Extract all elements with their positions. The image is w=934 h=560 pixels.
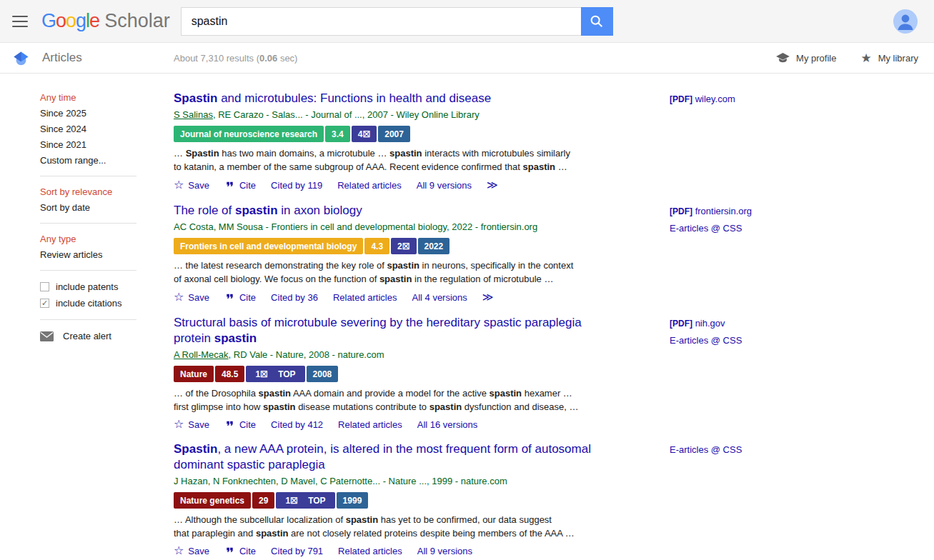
person-icon (893, 9, 918, 34)
result-main: Structural basis of microtubule severing… (174, 315, 617, 430)
fulltext-label: frontiersin.org (695, 206, 752, 216)
journal-rank-badges[interactable]: Nature genetics291☒ TOP1999 (174, 492, 617, 509)
more-actions-icon[interactable]: ≫ (487, 179, 498, 191)
result-side-links: [PDF] wiley.com (670, 91, 870, 191)
rank-badge-segment: 2008 (307, 366, 339, 382)
checkbox-label: include patents (56, 281, 118, 292)
all-versions-link[interactable]: All 9 versions (417, 546, 472, 556)
result-title[interactable]: Spastin, a new AAA protein, is altered i… (174, 441, 617, 473)
all-versions-link[interactable]: All 9 versions (417, 180, 472, 191)
all-versions-link[interactable]: All 4 versions (412, 292, 467, 303)
search-icon (589, 14, 605, 29)
author-profile-link[interactable]: A Roll-Mecak (174, 349, 229, 360)
rank-badge-segment: 2022 (418, 238, 450, 254)
sub-header-right: My profile ★ My library (776, 52, 918, 64)
save-star-icon: ☆ (174, 419, 184, 430)
result-actions: ☆SaveCiteCited by 791Related articlesAll… (174, 545, 617, 556)
journal-rank-badges[interactable]: Journal of neuroscience research3.44☒200… (174, 126, 617, 142)
sidebar-item-sort-by-date[interactable]: Sort by date (40, 203, 174, 212)
sidebar-divider (40, 176, 136, 176)
top-bar: GoogleScholar (0, 0, 934, 43)
more-actions-icon[interactable]: ≫ (482, 291, 494, 304)
result-snippet: … of the Drosophila spastin AAA domain a… (174, 386, 605, 414)
sidebar-item-since-2024[interactable]: Since 2024 (40, 124, 174, 134)
fulltext-label: E-articles @ CSS (670, 444, 742, 455)
result-snippet: … Although the subcellular localization … (174, 513, 605, 540)
checkbox-icon: ✓ (40, 299, 49, 308)
rank-badge-segment: 2☒ (391, 238, 416, 254)
result-title[interactable]: Spastin and microtubules: Functions in h… (174, 91, 617, 106)
result-authors: J Hazan, N Fonknechten, D Mavel, C Pater… (174, 476, 617, 487)
fulltext-link[interactable]: E-articles @ CSS (670, 220, 870, 237)
cite-button[interactable]: Cite (224, 419, 256, 430)
sidebar-divider (40, 270, 136, 271)
pdf-tag: [PDF] (670, 206, 692, 216)
result-actions: ☆SaveCiteCited by 119Related articlesAll… (174, 179, 617, 191)
google-scholar-logo[interactable]: GoogleScholar (41, 10, 170, 32)
result-authors: S Salinas, RE Carazo - Salas... - Journa… (174, 109, 617, 121)
rank-badge-segment: 2007 (378, 126, 410, 142)
checkbox-include-citations[interactable]: ✓include citations (40, 298, 174, 309)
search-button[interactable] (581, 7, 613, 36)
create-alert-label: Create alert (63, 331, 111, 341)
result-main: Spastin, a new AAA protein, is altered i… (174, 441, 617, 556)
fulltext-label: nih.gov (695, 318, 725, 329)
journal-rank-badges[interactable]: Frontiers in cell and developmental biol… (174, 238, 617, 254)
cited-by-link[interactable]: Cited by 119 (271, 180, 322, 191)
rank-badge-segment: Frontiers in cell and developmental biol… (174, 238, 363, 254)
result-title[interactable]: The role of spastin in axon biology (174, 203, 617, 219)
sidebar-item-since-2021[interactable]: Since 2021 (40, 140, 174, 149)
search-result: Spastin and microtubules: Functions in h… (174, 91, 870, 191)
sidebar-item-since-2025[interactable]: Since 2025 (40, 109, 174, 118)
cited-by-link[interactable]: Cited by 412 (271, 419, 323, 430)
checkbox-label: include citations (56, 298, 122, 309)
related-articles-link[interactable]: Related articles (338, 419, 402, 430)
related-articles-link[interactable]: Related articles (333, 292, 397, 303)
save-button[interactable]: ☆Save (174, 419, 209, 430)
save-button[interactable]: ☆Save (174, 545, 209, 556)
results-stats: About 7,310 results (0.06 sec) (174, 53, 297, 64)
my-profile-link[interactable]: My profile (776, 53, 836, 64)
avatar[interactable] (893, 9, 918, 34)
sidebar: Any timeSince 2025Since 2024Since 2021Cu… (0, 74, 174, 560)
result-title[interactable]: Structural basis of microtubule severing… (174, 315, 617, 346)
tab-articles[interactable]: Articles (42, 51, 82, 65)
cite-button[interactable]: Cite (224, 292, 256, 303)
cite-button[interactable]: Cite (224, 546, 256, 556)
search-input[interactable] (181, 7, 581, 36)
sidebar-item-review-articles[interactable]: Review articles (40, 250, 174, 259)
star-icon: ★ (860, 52, 871, 64)
save-button[interactable]: ☆Save (174, 179, 209, 191)
main-content: Any timeSince 2025Since 2024Since 2021Cu… (0, 74, 934, 560)
fulltext-link[interactable]: [PDF] nih.gov (670, 315, 870, 332)
my-library-link[interactable]: ★ My library (860, 52, 918, 64)
cite-button[interactable]: Cite (224, 180, 256, 191)
rank-badge-segment: 29 (252, 492, 274, 509)
cited-by-link[interactable]: Cited by 791 (271, 546, 323, 556)
search-result: Spastin, a new AAA protein, is altered i… (174, 441, 870, 556)
checkbox-include-patents[interactable]: include patents (40, 281, 174, 292)
sidebar-item-sort-by-relevance[interactable]: Sort by relevance (40, 187, 174, 196)
cited-by-link[interactable]: Cited by 36 (271, 292, 318, 303)
save-button[interactable]: ☆Save (174, 291, 209, 303)
checkbox-icon (40, 282, 49, 291)
fulltext-link[interactable]: [PDF] frontiersin.org (670, 203, 870, 220)
rank-badge-segment: 48.5 (215, 366, 244, 382)
save-label: Save (188, 419, 209, 430)
sidebar-item-custom-range-[interactable]: Custom range... (40, 156, 174, 165)
pdf-tag: [PDF] (670, 319, 692, 329)
related-articles-link[interactable]: Related articles (338, 546, 402, 556)
all-versions-link[interactable]: All 16 versions (417, 419, 478, 430)
sidebar-item-any-time[interactable]: Any time (40, 93, 174, 102)
author-profile-link[interactable]: S Salinas (174, 109, 213, 120)
fulltext-label: E-articles @ CSS (670, 335, 742, 346)
fulltext-link[interactable]: E-articles @ CSS (670, 441, 870, 459)
hamburger-menu-icon[interactable] (12, 16, 28, 27)
create-alert-button[interactable]: Create alert (40, 331, 174, 341)
fulltext-link[interactable]: E-articles @ CSS (670, 332, 870, 349)
sidebar-item-any-type[interactable]: Any type (40, 234, 174, 244)
related-articles-link[interactable]: Related articles (337, 180, 402, 191)
fulltext-link[interactable]: [PDF] wiley.com (670, 91, 870, 108)
journal-rank-badges[interactable]: Nature48.51☒ TOP2008 (174, 366, 617, 382)
fulltext-label: wiley.com (695, 94, 735, 104)
